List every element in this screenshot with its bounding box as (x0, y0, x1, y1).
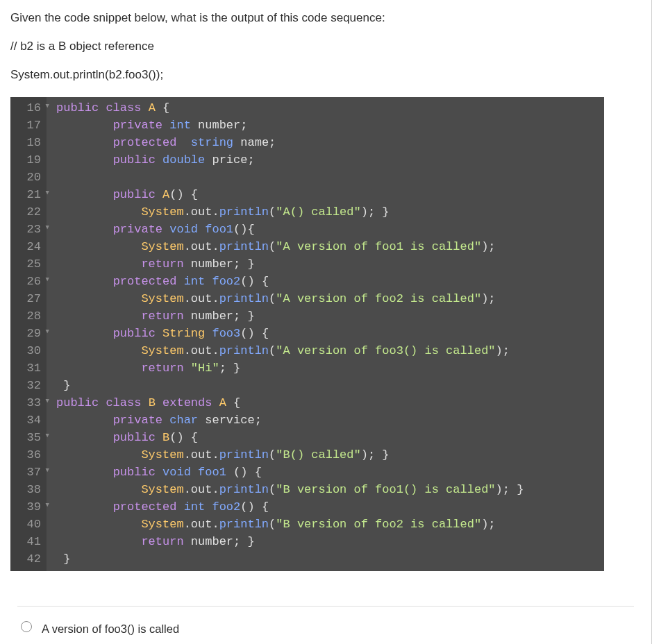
code-line: System.out.println("B version of foo1() … (56, 482, 604, 499)
code-line: public B() { (56, 430, 604, 447)
gutter-line: 34 (17, 412, 41, 430)
answer-section: A version of foo3() is called Hi (17, 606, 634, 644)
code-line: protected int foo2() { (56, 499, 604, 516)
fold-arrow-icon[interactable]: ▼ (46, 432, 49, 441)
gutter-line: 16▼ (17, 100, 41, 117)
fold-arrow-icon[interactable]: ▼ (46, 501, 49, 510)
gutter-line: 18 (17, 135, 41, 152)
code-line: System.out.println("A version of foo1 is… (56, 239, 604, 256)
gutter-line: 21▼ (17, 187, 41, 204)
code-line: private int number; (56, 117, 604, 135)
code-line: protected int foo2() { (56, 273, 604, 291)
code-line: System.out.println("A() called"); } (56, 204, 604, 221)
question-comment: // b2 is a B object reference (10, 37, 641, 56)
gutter-line: 37▼ (17, 464, 41, 482)
option-line-1: A version of foo3() is called (42, 622, 179, 635)
code-line: private char service; (56, 412, 604, 430)
code-line: private void foo1(){ (56, 221, 604, 239)
gutter-line: 36 (17, 447, 41, 464)
fold-arrow-icon[interactable]: ▼ (46, 189, 49, 198)
fold-arrow-icon[interactable]: ▼ (46, 102, 49, 111)
code-line: } (56, 551, 604, 568)
code-line: return number; } (56, 534, 604, 551)
gutter-line: 35▼ (17, 430, 41, 447)
code-line: System.out.println("A version of foo2 is… (56, 291, 604, 308)
gutter-line: 26▼ (17, 273, 41, 291)
code-line: return "Hi"; } (56, 360, 604, 378)
gutter-line: 27 (17, 291, 41, 308)
radio-label: A version of foo3() is called Hi (42, 619, 179, 644)
question-statement: System.out.println(b2.foo3()); (10, 65, 641, 84)
fold-arrow-icon[interactable]: ▼ (46, 223, 49, 232)
code-line: public double price; (56, 152, 604, 169)
gutter-line: 20 (17, 169, 41, 187)
gutter-line: 23▼ (17, 221, 41, 239)
code-line: public class A { (56, 100, 604, 117)
question-prompt: Given the code snippet below, what is th… (10, 8, 641, 27)
fold-arrow-icon[interactable]: ▼ (46, 276, 49, 285)
gutter-line: 29▼ (17, 325, 41, 343)
gutter-line: 33▼ (17, 395, 41, 412)
code-line: return number; } (56, 256, 604, 273)
gutter-line: 28 (17, 308, 41, 325)
gutter-line: 22 (17, 204, 41, 221)
fold-arrow-icon[interactable]: ▼ (46, 466, 49, 475)
gutter-line: 32 (17, 378, 41, 395)
gutter-line: 24 (17, 239, 41, 256)
gutter-line: 39▼ (17, 499, 41, 516)
gutter-line: 40 (17, 516, 41, 534)
code-line (56, 169, 604, 187)
code-line: public class B extends A { (56, 395, 604, 412)
code-block: 16▼1718192021▼2223▼242526▼272829▼3031323… (10, 97, 604, 571)
code-gutter: 16▼1718192021▼2223▼242526▼272829▼3031323… (10, 97, 47, 571)
fold-arrow-icon[interactable]: ▼ (46, 397, 49, 406)
gutter-line: 25 (17, 256, 41, 273)
code-content: public class A { private int number; pro… (47, 97, 604, 571)
radio-icon (21, 621, 32, 632)
code-line: public A() { (56, 187, 604, 204)
question-container: Given the code snippet below, what is th… (0, 0, 652, 644)
fold-arrow-icon[interactable]: ▼ (46, 328, 49, 337)
code-line: protected string name; (56, 135, 604, 152)
gutter-line: 30 (17, 343, 41, 360)
code-line: System.out.println("B version of foo2 is… (56, 516, 604, 534)
answer-option-1[interactable]: A version of foo3() is called Hi (17, 607, 634, 644)
gutter-line: 31 (17, 360, 41, 378)
gutter-line: 17 (17, 117, 41, 135)
code-line: } (56, 378, 604, 395)
code-line: return number; } (56, 308, 604, 325)
gutter-line: 42 (17, 551, 41, 568)
code-line: public String foo3() { (56, 325, 604, 343)
question-text: Given the code snippet below, what is th… (10, 8, 641, 85)
gutter-line: 41 (17, 534, 41, 551)
gutter-line: 38 (17, 482, 41, 499)
code-line: public void foo1 () { (56, 464, 604, 482)
gutter-line: 19 (17, 152, 41, 169)
code-line: System.out.println("B() called"); } (56, 447, 604, 464)
code-line: System.out.println("A version of foo3() … (56, 343, 604, 360)
